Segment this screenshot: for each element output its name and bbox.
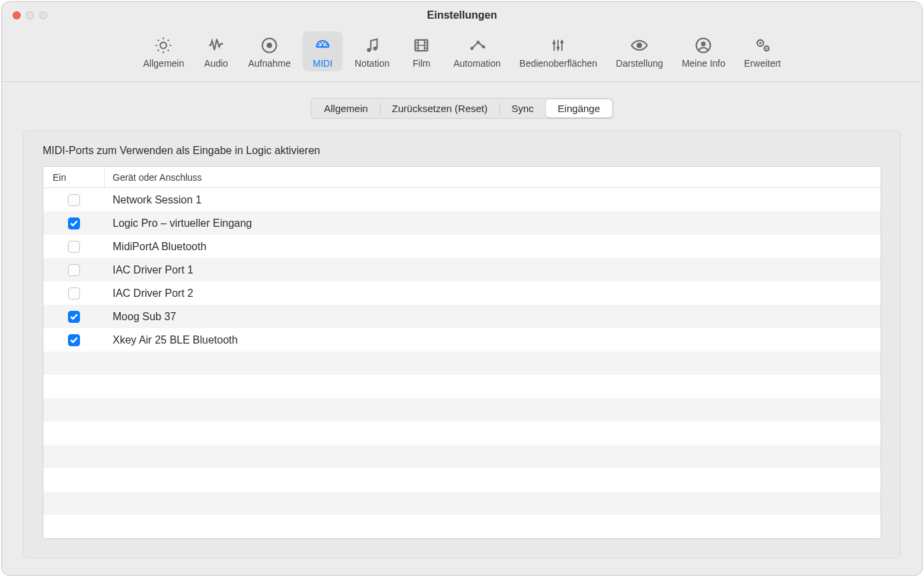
cell-enabled xyxy=(43,334,105,346)
table-row-empty xyxy=(43,492,881,515)
enable-checkbox[interactable] xyxy=(68,194,80,206)
recording-icon xyxy=(259,35,279,55)
cell-device: IAC Driver Port 2 xyxy=(105,287,881,300)
traffic-lights xyxy=(13,11,47,19)
svg-point-22 xyxy=(765,48,767,49)
table-row-empty xyxy=(43,445,881,468)
audio-icon xyxy=(206,35,226,55)
cell-device: Xkey Air 25 BLE Bluetooth xyxy=(105,334,881,346)
svg-point-1 xyxy=(267,43,272,48)
toolbar-tab-automation[interactable]: Automation xyxy=(447,31,507,71)
table-header: Ein Gerät oder Anschluss xyxy=(43,167,881,188)
surfaces-icon xyxy=(548,35,568,55)
notation-icon xyxy=(362,35,382,55)
enable-checkbox[interactable] xyxy=(68,287,80,300)
cell-enabled xyxy=(43,194,105,206)
table-row-empty xyxy=(43,398,881,422)
svg-point-16 xyxy=(637,43,642,48)
cell-enabled xyxy=(43,287,105,300)
toolbar-tab-general[interactable]: Allgemein xyxy=(137,31,191,71)
cell-enabled xyxy=(43,217,105,229)
toolbar-tab-film[interactable]: Film xyxy=(401,31,441,71)
preferences-window: Einstellungen AllgemeinAudioAufnahmeMIDI… xyxy=(1,1,923,576)
enable-checkbox[interactable] xyxy=(68,334,80,346)
toolbar-tab-label: Notation xyxy=(355,58,389,69)
toolbar-tab-advanced[interactable]: Erweitert xyxy=(737,31,787,71)
toolbar-tab-recording[interactable]: Aufnahme xyxy=(241,31,297,71)
enable-checkbox[interactable] xyxy=(68,217,80,229)
display-icon xyxy=(629,35,649,55)
cell-device: Network Session 1 xyxy=(105,194,881,206)
cell-device: MidiPortA Bluetooth xyxy=(105,241,881,253)
enable-checkbox[interactable] xyxy=(68,311,80,323)
film-icon xyxy=(411,35,431,55)
window-title: Einstellungen xyxy=(427,9,497,21)
toolbar-tab-label: Audio xyxy=(204,58,228,69)
table-row-empty xyxy=(43,422,881,445)
content: AllgemeinZurücksetzen (Reset)SyncEingäng… xyxy=(2,82,922,576)
table-row[interactable]: Network Session 1 xyxy=(43,188,881,211)
midi-icon xyxy=(313,35,333,55)
svg-point-3 xyxy=(321,42,322,43)
cell-enabled xyxy=(43,264,105,276)
midi-ports-table: Ein Gerät oder Anschluss Network Session… xyxy=(43,166,881,539)
toolbar-tab-display[interactable]: Darstellung xyxy=(609,31,670,71)
table-row[interactable]: IAC Driver Port 2 xyxy=(43,281,881,305)
toolbar-tab-surfaces[interactable]: Bedienoberflächen xyxy=(513,31,604,71)
cell-device: Logic Pro – virtueller Eingang xyxy=(105,217,881,229)
subtab-general[interactable]: Allgemein xyxy=(312,99,380,117)
midi-inputs-panel: MIDI-Ports zum Verwenden als Eingabe in … xyxy=(23,131,901,558)
myinfo-icon xyxy=(693,35,713,55)
toolbar-tab-label: Automation xyxy=(453,58,501,69)
toolbar-tab-label: Bedienoberflächen xyxy=(519,58,597,69)
toolbar-tab-audio[interactable]: Audio xyxy=(196,31,236,71)
general-icon xyxy=(153,35,173,55)
svg-point-4 xyxy=(323,42,325,43)
toolbar-tab-midi[interactable]: MIDI xyxy=(303,31,343,71)
subtab-reset[interactable]: Zurücksetzen (Reset) xyxy=(380,99,499,117)
toolbar-tab-label: MIDI xyxy=(313,58,333,69)
svg-point-14 xyxy=(557,46,560,49)
column-header-device[interactable]: Gerät oder Anschluss xyxy=(105,167,881,187)
cell-enabled xyxy=(43,311,105,323)
table-row-empty xyxy=(43,375,881,398)
table-row[interactable]: MidiPortA Bluetooth xyxy=(43,235,881,258)
toolbar-tab-label: Allgemein xyxy=(143,58,184,69)
table-row[interactable]: IAC Driver Port 1 xyxy=(43,258,881,281)
toolbar: AllgemeinAudioAufnahmeMIDINotationFilmAu… xyxy=(2,29,922,82)
automation-icon xyxy=(467,35,487,55)
column-header-enabled[interactable]: Ein xyxy=(43,167,105,187)
cell-device: IAC Driver Port 1 xyxy=(105,264,881,276)
subtab-sync[interactable]: Sync xyxy=(499,99,545,117)
svg-point-13 xyxy=(553,41,556,45)
table-row[interactable]: Moog Sub 37 xyxy=(43,305,881,328)
svg-point-15 xyxy=(561,41,564,44)
table-row[interactable]: Xkey Air 25 BLE Bluetooth xyxy=(43,328,881,352)
enable-checkbox[interactable] xyxy=(68,241,80,253)
toolbar-tab-label: Film xyxy=(413,58,430,69)
svg-point-20 xyxy=(759,42,761,45)
table-row-empty xyxy=(43,515,881,538)
table-row-empty xyxy=(43,352,881,375)
subtab-segmented-control: AllgemeinZurücksetzen (Reset)SyncEingäng… xyxy=(311,98,613,119)
toolbar-tab-label: Darstellung xyxy=(616,58,663,69)
toolbar-tab-label: Erweitert xyxy=(744,58,781,69)
table-body[interactable]: Network Session 1Logic Pro – virtueller … xyxy=(43,188,881,538)
svg-point-5 xyxy=(326,44,327,45)
cell-device: Moog Sub 37 xyxy=(105,311,881,323)
enable-checkbox[interactable] xyxy=(68,264,80,276)
cell-enabled xyxy=(43,241,105,253)
subtab-inputs[interactable]: Eingänge xyxy=(546,99,612,117)
advanced-icon xyxy=(753,35,773,55)
close-button[interactable] xyxy=(13,11,21,19)
toolbar-tab-label: Meine Info xyxy=(682,58,725,69)
svg-point-2 xyxy=(318,44,319,45)
toolbar-tab-myinfo[interactable]: Meine Info xyxy=(675,31,732,71)
toolbar-tab-notation[interactable]: Notation xyxy=(348,31,396,71)
titlebar: Einstellungen xyxy=(2,2,922,29)
panel-heading: MIDI-Ports zum Verwenden als Eingabe in … xyxy=(43,145,881,157)
svg-point-18 xyxy=(701,41,706,46)
table-row[interactable]: Logic Pro – virtueller Eingang xyxy=(43,211,881,235)
minimize-button[interactable] xyxy=(26,11,34,19)
zoom-button[interactable] xyxy=(39,11,47,19)
